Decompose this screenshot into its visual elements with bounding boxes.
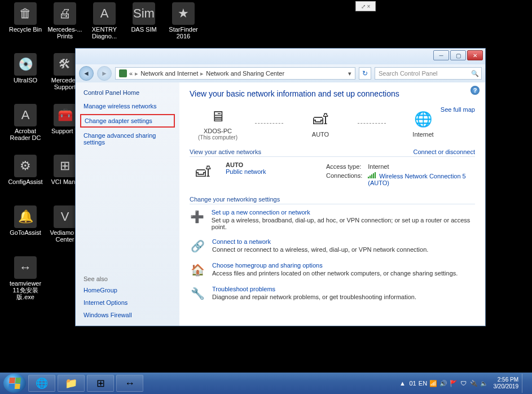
icon-label: Mercedes-... Prints — [47, 26, 82, 40]
icon-label: Recycle Bin — [8, 26, 43, 33]
sidebar-link-change-adapter[interactable]: Change adapter settings — [80, 114, 175, 128]
desktop-icon[interactable]: ↔teamviewer11免安装版.exe — [8, 256, 43, 300]
tray-icon[interactable]: 🔌 — [470, 379, 478, 387]
tray-icon[interactable]: 🔊 — [439, 379, 447, 387]
seealso-windows-firewall[interactable]: Windows Firewall — [83, 312, 172, 318]
sidebar: Control Panel Home Manage wireless netwo… — [76, 82, 179, 326]
app-icon: ⚙ — [14, 155, 37, 177]
close-button[interactable]: ✕ — [467, 50, 483, 60]
taskbar-app[interactable]: 🌐 — [28, 375, 55, 392]
tray-icon[interactable]: 01 — [409, 379, 417, 387]
task-title[interactable]: Troubleshoot problems — [212, 286, 416, 292]
top-gadget: ⤢ × — [355, 1, 376, 11]
node-internet[interactable]: 🌐 Internet — [395, 110, 451, 138]
app-icon: ⊞ — [54, 155, 76, 177]
connection-link[interactable]: Wireless Network Connection 5 (AUTO) — [368, 173, 466, 186]
icon-label: DAS SIM — [126, 26, 161, 33]
window-titlebar[interactable]: ─ ▢ ✕ — [76, 49, 485, 64]
taskbar-clock[interactable]: 2:56 PM 3/20/2019 — [494, 377, 519, 390]
minimize-button[interactable]: ─ — [433, 50, 449, 60]
task-icon: 🔗 — [190, 238, 205, 254]
active-networks-header: View your active networks Connect or dis… — [190, 148, 475, 157]
connections-label: Connections: — [326, 172, 367, 187]
app-icon: 💿 — [14, 53, 37, 76]
taskbar-app[interactable]: ↔ — [116, 375, 143, 392]
desktop-icon[interactable]: ⚙ConfigAssist — [8, 155, 43, 185]
desktop-icon[interactable]: 💿UltraISO — [8, 53, 43, 84]
see-full-map-link[interactable]: See full map — [441, 106, 475, 113]
active-network-type[interactable]: Public network — [226, 168, 316, 175]
connect-disconnect-link[interactable]: Connect or disconnect — [414, 148, 475, 155]
computer-icon: 🖥 — [206, 106, 229, 126]
app-icon: Sim — [133, 2, 155, 25]
task-description: Access files and printers located on oth… — [212, 270, 458, 277]
maximize-button[interactable]: ▢ — [450, 50, 466, 60]
show-desktop-button[interactable] — [522, 374, 529, 393]
task-icon: 🔧 — [190, 286, 205, 301]
task-item: ➕Set up a new connection or networkSet u… — [190, 209, 475, 230]
breadcrumb[interactable]: « ▸ Network and Internet ▸ Network and S… — [115, 67, 355, 80]
sidebar-link-advanced-sharing[interactable]: Change advanced sharing settings — [83, 132, 172, 146]
taskbar-app[interactable]: 📁 — [58, 375, 85, 392]
sidebar-link-manage-wireless[interactable]: Manage wireless networks — [83, 103, 172, 110]
tray-icon[interactable]: 🚩 — [450, 379, 458, 387]
task-description: Connect or reconnect to a wireless, wire… — [212, 246, 428, 253]
see-also-header: See also — [83, 275, 172, 282]
desktop-icon[interactable]: ★StarFinder 2016 — [166, 2, 201, 40]
search-box[interactable]: Search Control Panel 🔍 — [375, 67, 482, 80]
desktop-icon[interactable]: 🖨Mercedes-... Prints — [47, 2, 82, 40]
app-icon: V — [54, 205, 76, 228]
tray-icon[interactable]: 🔈 — [480, 379, 488, 387]
seealso-homegroup[interactable]: HomeGroup — [83, 287, 172, 294]
tray-icon[interactable]: ▲ — [399, 379, 407, 387]
app-icon: A — [93, 2, 116, 25]
desktop-icon[interactable]: 🔔GoToAssist — [8, 205, 43, 236]
desktop-icon[interactable]: AAcrobat Reader DC — [8, 104, 43, 141]
control-panel-home-link[interactable]: Control Panel Home — [83, 89, 172, 96]
network-map: 🖥 XDOS-PC (This computer) 🛋 AUTO 🌐 Inter… — [190, 106, 475, 141]
task-title[interactable]: Connect to a network — [212, 238, 428, 245]
task-item: 🏠Choose homegroup and sharing optionsAcc… — [190, 262, 475, 278]
connection-line — [255, 123, 283, 124]
app-icon: 🔔 — [14, 205, 37, 228]
task-icon: ➕ — [190, 209, 205, 225]
active-network-name: AUTO — [226, 161, 316, 168]
task-title[interactable]: Set up a new connection or network — [212, 209, 475, 216]
tray-icon[interactable]: 🛡 — [460, 379, 468, 387]
access-type-value: Internet — [368, 163, 474, 170]
icon-label: teamviewer11免安装版.exe — [8, 280, 43, 300]
task-description: Diagnose and repair network problems, or… — [212, 294, 416, 300]
breadcrumb-dropdown-icon[interactable]: ▾ — [348, 70, 351, 77]
search-placeholder: Search Control Panel — [379, 70, 438, 77]
page-title: View your basic network information and … — [190, 89, 475, 98]
network-icon: 🛋 — [309, 110, 332, 130]
start-button[interactable] — [3, 374, 26, 393]
refresh-button[interactable]: ↻ — [359, 67, 371, 80]
taskbar-app[interactable]: ⊞ — [87, 375, 114, 392]
breadcrumb-part2[interactable]: Network and Sharing Center — [206, 70, 284, 77]
node-this-computer[interactable]: 🖥 XDOS-PC (This computer) — [190, 106, 246, 141]
seealso-internet-options[interactable]: Internet Options — [83, 299, 172, 306]
task-icon: 🏠 — [190, 262, 205, 278]
control-panel-window: ─ ▢ ✕ ◄ ► « ▸ Network and Internet ▸ Net… — [75, 48, 486, 326]
desktop-icon[interactable]: AXENTRY Diagno... — [87, 2, 122, 40]
app-icon: ↔ — [14, 256, 37, 279]
main-pane: ? View your basic network information an… — [179, 82, 485, 326]
node-auto[interactable]: 🛋 AUTO — [292, 110, 349, 138]
desktop-icon[interactable]: SimDAS SIM — [126, 2, 161, 33]
help-icon[interactable]: ? — [471, 86, 480, 95]
breadcrumb-part1[interactable]: Network and Internet — [140, 70, 198, 77]
tray-icon[interactable]: EN — [419, 379, 427, 387]
tray-icon[interactable]: 📶 — [429, 379, 437, 387]
icon-label: XENTRY Diagno... — [87, 26, 122, 40]
app-icon: ★ — [172, 2, 195, 25]
back-button[interactable]: ◄ — [79, 66, 94, 81]
app-icon: 🖨 — [54, 2, 76, 25]
system-tray[interactable]: ▲01EN📶🔊🚩🛡🔌🔈 — [399, 379, 488, 387]
task-description: Set up a wireless, broadband, dial-up, a… — [212, 217, 471, 230]
icon-label: ConfigAssist — [8, 178, 43, 185]
desktop-icon[interactable]: 🗑Recycle Bin — [8, 2, 43, 33]
app-icon: 🧰 — [54, 104, 76, 126]
forward-button[interactable]: ► — [97, 66, 112, 81]
task-title[interactable]: Choose homegroup and sharing options — [212, 262, 458, 269]
